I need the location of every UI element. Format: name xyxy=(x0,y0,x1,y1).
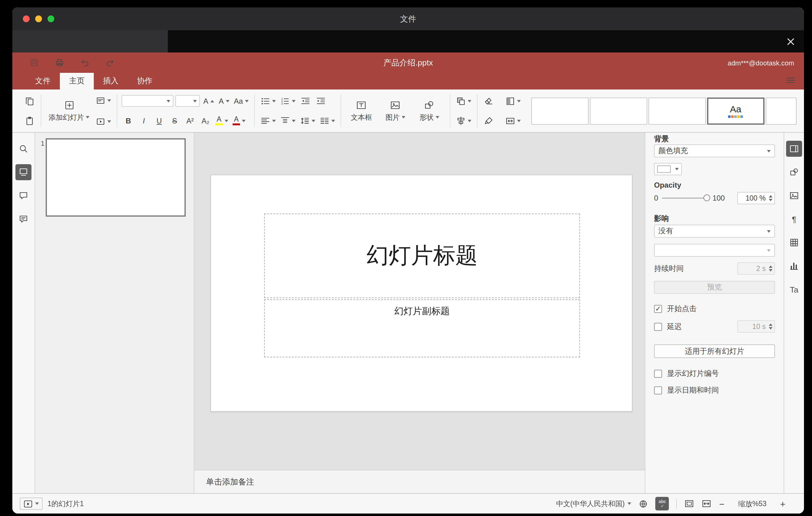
theme-option-2[interactable] xyxy=(589,97,647,124)
show-datetime-checkbox[interactable] xyxy=(654,386,662,394)
subscript-button[interactable]: A₂ xyxy=(199,114,212,127)
start-preview-button[interactable] xyxy=(20,497,42,510)
language-selector[interactable]: 中文(中华人民共和国) xyxy=(556,499,632,508)
theme-color-square xyxy=(728,115,730,118)
tab-home[interactable]: 主页 xyxy=(60,73,94,89)
start-slideshow-button[interactable] xyxy=(94,114,112,128)
insert-textbox-button[interactable]: 文本框 xyxy=(345,93,377,128)
tab-collaboration[interactable]: 协作 xyxy=(128,73,162,89)
underline-button[interactable]: U xyxy=(152,114,166,127)
italic-button[interactable]: I xyxy=(137,114,150,127)
apply-to-all-slides-button[interactable]: 适用于所有幻灯片 xyxy=(654,344,775,358)
theme-option-5[interactable] xyxy=(765,97,796,124)
numbered-list-button[interactable]: 123 xyxy=(279,94,296,108)
line-spacing-button[interactable] xyxy=(298,114,316,127)
comments-panel-button[interactable] xyxy=(16,188,31,204)
bullet-list-button[interactable] xyxy=(259,94,277,108)
table-settings-button[interactable] xyxy=(786,234,802,251)
slide-settings-icon xyxy=(789,144,799,154)
fit-to-width-button[interactable] xyxy=(702,499,712,509)
paragraph-settings-button[interactable]: ¶ xyxy=(786,211,802,227)
increase-font-button[interactable]: A xyxy=(202,94,215,108)
tab-file[interactable]: 文件 xyxy=(26,73,60,89)
slides-icon xyxy=(19,167,28,177)
shape-settings-button[interactable] xyxy=(786,164,802,180)
superscript-button[interactable]: A² xyxy=(183,114,197,127)
close-icon xyxy=(786,37,794,46)
redo-button[interactable] xyxy=(106,58,115,67)
slides-panel-button[interactable] xyxy=(16,164,31,180)
traffic-zoom-button[interactable] xyxy=(48,16,54,22)
search-panel-button[interactable] xyxy=(16,141,31,157)
decrease-indent-button[interactable] xyxy=(298,94,312,108)
align-shape-button[interactable] xyxy=(455,114,472,127)
duration-input[interactable]: 2 s xyxy=(737,262,775,275)
opacity-input[interactable]: 100 % xyxy=(737,192,775,204)
chart-settings-button[interactable] xyxy=(786,258,802,274)
paste-icon xyxy=(25,116,34,125)
effect-type-select[interactable] xyxy=(654,244,775,257)
effect-select[interactable]: 没有 xyxy=(654,225,775,238)
background-fill-select[interactable]: 颜色填充 xyxy=(654,144,775,157)
decrease-font-button[interactable]: A xyxy=(217,94,231,108)
dialog-close-button[interactable] xyxy=(785,36,796,47)
horizontal-align-button[interactable] xyxy=(259,114,277,127)
highlight-color-button[interactable]: A xyxy=(214,114,230,127)
chat-panel-button[interactable] xyxy=(16,211,31,227)
arrange-shape-button[interactable] xyxy=(455,94,472,108)
opacity-slider[interactable] xyxy=(662,194,709,202)
clear-style-button[interactable] xyxy=(482,94,495,108)
save-button[interactable] xyxy=(30,58,39,67)
change-case-button[interactable]: Aa xyxy=(233,94,250,108)
insert-shape-button[interactable]: 形状 xyxy=(413,93,445,128)
fit-to-slide-button[interactable] xyxy=(685,499,694,509)
columns-button[interactable] xyxy=(318,114,336,127)
bold-button[interactable]: B xyxy=(121,114,135,127)
slider-knob[interactable] xyxy=(703,194,710,201)
font-color-button[interactable]: A xyxy=(231,114,247,127)
slide[interactable]: 幻灯片标题 幻灯片副标题 xyxy=(210,175,633,412)
traffic-minimize-button[interactable] xyxy=(35,16,42,22)
slide-settings-button[interactable] xyxy=(786,141,802,157)
add-slide-button[interactable]: 添加幻灯片 xyxy=(46,93,92,128)
slide-title-placeholder[interactable]: 幻灯片标题 xyxy=(264,213,580,298)
delay-input[interactable]: 10 s xyxy=(737,320,775,333)
theme-option-3[interactable] xyxy=(648,97,705,124)
traffic-close-button[interactable] xyxy=(23,16,30,22)
delay-checkbox[interactable] xyxy=(654,322,662,331)
tab-insert[interactable]: 插入 xyxy=(94,73,128,89)
font-name-select[interactable] xyxy=(121,95,173,107)
zoom-out-button[interactable]: − xyxy=(719,499,725,508)
theme-option-selected[interactable]: Aa xyxy=(707,97,764,124)
copy-button[interactable] xyxy=(23,94,36,108)
print-button[interactable] xyxy=(55,58,64,67)
slide-layout-button[interactable] xyxy=(94,93,112,107)
slide-subtitle-placeholder[interactable]: 幻灯片副标题 xyxy=(264,299,580,357)
copy-style-button[interactable] xyxy=(482,114,495,127)
image-settings-button[interactable] xyxy=(786,188,802,204)
slider-track[interactable] xyxy=(662,198,709,199)
increase-indent-button[interactable] xyxy=(314,94,327,108)
notes-area[interactable]: 单击添加备注 xyxy=(194,470,645,493)
start-on-click-checkbox[interactable]: ✓ xyxy=(654,305,662,313)
header-menu-button[interactable] xyxy=(785,75,795,85)
font-size-select[interactable] xyxy=(175,95,200,107)
color-scheme-button[interactable] xyxy=(504,94,522,108)
background-color-select[interactable] xyxy=(654,163,682,175)
strikeout-button[interactable]: S xyxy=(168,114,181,127)
theme-gallery-expand-button[interactable] xyxy=(798,97,798,124)
preview-button[interactable]: 预览 xyxy=(654,281,775,294)
insert-image-button[interactable]: 图片 xyxy=(379,93,411,128)
slide-thumbnail[interactable] xyxy=(46,138,186,217)
theme-option-1[interactable] xyxy=(531,97,588,124)
paste-button[interactable] xyxy=(23,114,36,127)
textart-settings-button[interactable]: Ta xyxy=(786,282,802,297)
theme-preview-text: Aa xyxy=(730,104,741,114)
show-slide-number-checkbox[interactable] xyxy=(654,370,662,378)
zoom-in-button[interactable]: + xyxy=(780,499,785,508)
undo-button[interactable] xyxy=(80,58,89,67)
spellcheck-button[interactable]: abc ✓ xyxy=(656,497,669,511)
slide-size-button[interactable] xyxy=(504,114,522,127)
set-language-button[interactable] xyxy=(639,499,648,508)
vertical-align-button[interactable] xyxy=(279,114,296,127)
